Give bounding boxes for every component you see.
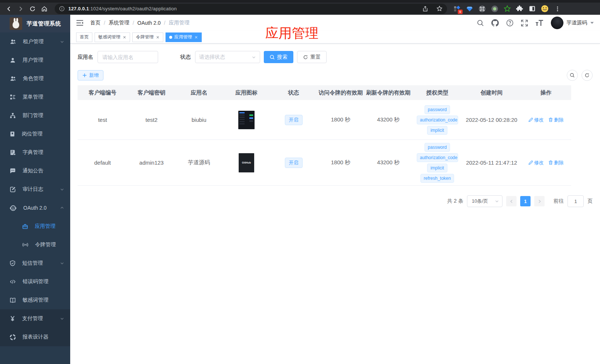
sidebar-item-user[interactable]: 用户管理 — [0, 51, 70, 69]
recorder-extension-icon[interactable] — [491, 5, 498, 13]
sidebar-item-dict[interactable]: 字典管理 — [0, 143, 70, 162]
chevron-down-icon — [252, 55, 256, 59]
status-badge[interactable]: 开启 — [285, 115, 303, 125]
breadcrumb-current: 应用管理 — [169, 20, 190, 26]
browser-home-button[interactable] — [38, 4, 50, 14]
puzzle-extensions-icon[interactable] — [516, 5, 524, 13]
green-star-extension-icon[interactable] — [503, 5, 511, 13]
browser-reload-button[interactable] — [27, 4, 38, 14]
page-size-select[interactable]: 10条/页 — [467, 195, 502, 207]
sidebar-item-tenant[interactable]: 租户管理 — [0, 32, 70, 51]
status-placeholder: 请选择状态 — [199, 54, 252, 61]
command-extension-icon[interactable] — [478, 5, 486, 13]
url-text: 127.0.0.1:1024/system/oauth2/oauth2/appl… — [68, 6, 177, 11]
tag-sensitive-word[interactable]: 敏感词管理 — [95, 32, 130, 42]
tag-application[interactable]: 应用管理 — [166, 32, 202, 42]
app-name-label: 应用名 — [78, 54, 93, 61]
delete-button[interactable]: 删除 — [548, 117, 564, 123]
close-icon[interactable] — [123, 35, 126, 39]
app-icon-text: GitHub — [242, 161, 251, 164]
edit-button[interactable]: 修改 — [528, 159, 544, 166]
status-select[interactable]: 请选择状态 — [195, 51, 260, 63]
cell-refresh-token-validity: 43200 秒 — [365, 157, 412, 168]
edit-label: 修改 — [534, 159, 544, 166]
page-number-1[interactable]: 1 — [520, 196, 531, 206]
sidebar-item-sensitive-word[interactable]: 敏感词管理 — [0, 291, 70, 309]
cell-access-token-validity: 1800 秒 — [317, 114, 365, 126]
refresh-table-button[interactable] — [582, 70, 593, 81]
sidebar-item-oauth[interactable]: OAuth 2.0 — [0, 199, 70, 217]
breadcrumb-oauth[interactable]: OAuth 2.0 — [137, 20, 161, 26]
breadcrumb-home[interactable]: 首页 — [90, 20, 100, 26]
sidebar-item-label: 用户管理 — [23, 57, 64, 63]
table-header-row: 客户端编号 客户端密钥 应用名 应用图标 状态 访问令牌的有效期 刷新令牌的有效… — [78, 85, 571, 100]
app-name-input[interactable] — [102, 54, 153, 60]
browser-address-bar[interactable]: 127.0.0.1:1024/system/oauth2/oauth2/appl… — [55, 4, 447, 14]
browser-menu-icon[interactable] — [553, 5, 561, 13]
sidebar-item-report-designer[interactable]: 报表设计器 — [0, 328, 70, 346]
header-search-icon[interactable] — [477, 20, 484, 27]
emoji-extension-icon[interactable] — [541, 5, 549, 13]
split-view-extension-icon[interactable] — [528, 5, 536, 13]
github-icon[interactable] — [491, 19, 499, 27]
grant-tag: refresh_token — [420, 174, 454, 183]
share-icon[interactable] — [422, 6, 428, 12]
sidebar-item-menu[interactable]: 菜单管理 — [0, 88, 70, 106]
add-button[interactable]: 新增 — [78, 70, 103, 80]
sidebar-item-post[interactable]: 岗位管理 — [0, 125, 70, 143]
sidebar-item-label: 短信管理 — [22, 260, 60, 267]
sidebar-item-error-code[interactable]: 错误码管理 — [0, 272, 70, 291]
sidebar-item-audit-log[interactable]: 审计日志 — [0, 180, 70, 199]
sidebar-item-role[interactable]: 角色管理 — [0, 69, 70, 88]
app-logo[interactable]: 芋道管理系统 — [0, 15, 70, 32]
status-badge[interactable]: 开启 — [285, 158, 303, 168]
sidebar-item-label: 令牌管理 — [35, 241, 64, 248]
sidebar-item-oauth-application[interactable]: 应用管理 — [0, 217, 70, 236]
sidebar-item-sms[interactable]: 短信管理 — [0, 254, 70, 272]
help-icon[interactable] — [506, 19, 514, 27]
browser-back-button[interactable] — [3, 4, 15, 14]
search-icon — [570, 73, 575, 78]
cell-client-id: default — [78, 157, 127, 168]
reset-button[interactable]: 重置 — [297, 51, 327, 63]
tag-home[interactable]: 首页 — [76, 32, 92, 42]
search-button[interactable]: 搜索 — [264, 51, 293, 63]
sidebar-item-payment[interactable]: 支付管理 — [0, 309, 70, 328]
toggle-search-button[interactable] — [567, 70, 578, 81]
reset-button-label: 重置 — [310, 54, 321, 61]
user-menu[interactable]: 芋道源码 — [551, 17, 594, 29]
sidebar-item-label: 应用管理 — [35, 223, 64, 230]
goto-page-input[interactable] — [567, 195, 584, 207]
sidebar-item-label: 部门管理 — [23, 112, 64, 119]
delete-button[interactable]: 删除 — [548, 159, 564, 166]
trash-icon — [548, 160, 553, 165]
next-page-button[interactable] — [534, 196, 545, 206]
user-name: 芋道源码 — [566, 20, 587, 26]
font-size-icon[interactable] — [535, 20, 543, 26]
sidebar-collapse-icon[interactable] — [76, 20, 83, 26]
sidebar-item-oauth-token[interactable]: 令牌管理 — [0, 236, 70, 254]
column-header: 刷新令牌的有效期 — [365, 85, 412, 100]
refresh-icon — [303, 55, 308, 60]
bookmark-star-icon[interactable] — [436, 6, 443, 12]
sidebar-item-dept[interactable]: 部门管理 — [0, 106, 70, 125]
gem-extension-icon[interactable] — [466, 5, 473, 13]
site-info-icon[interactable] — [59, 6, 65, 11]
edit-button[interactable]: 修改 — [528, 117, 544, 123]
tab-manager-extension-icon[interactable]: 9 — [453, 5, 461, 13]
prev-page-button[interactable] — [506, 196, 517, 206]
fullscreen-icon[interactable] — [521, 20, 528, 27]
search-button-label: 搜索 — [277, 54, 287, 61]
breadcrumb-system[interactable]: 系统管理 — [109, 20, 129, 26]
close-icon[interactable] — [194, 35, 198, 39]
tag-token[interactable]: 令牌管理 — [132, 32, 163, 42]
briefcase-icon — [22, 224, 28, 229]
browser-forward-button[interactable] — [15, 4, 27, 14]
chevron-down-icon — [60, 316, 64, 321]
sidebar-item-notice[interactable]: 通知公告 — [0, 162, 70, 180]
close-icon[interactable] — [156, 35, 160, 39]
table-row: test test2 biubiu 开启 1800 秒 43200 秒 pass… — [78, 100, 571, 140]
sidebar-item-label: 角色管理 — [23, 75, 64, 82]
pagination: 共 2 条 10条/页 1 前往 页 — [78, 195, 593, 207]
logo-rabbit-image — [10, 17, 22, 30]
